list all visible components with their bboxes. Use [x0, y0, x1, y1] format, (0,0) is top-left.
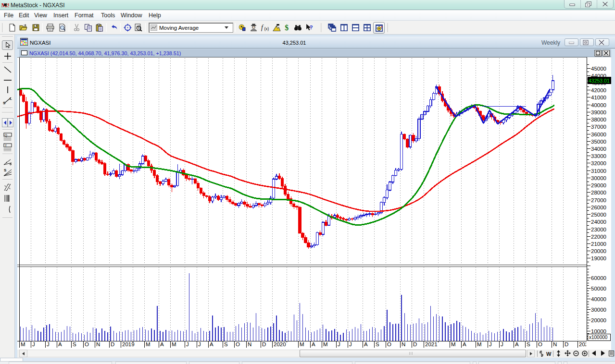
svg-text:J: J	[47, 341, 50, 347]
svg-text:60000: 60000	[591, 275, 606, 281]
svg-text:M: M	[451, 341, 456, 347]
svg-text:10000: 10000	[591, 328, 606, 334]
svg-text:26000: 26000	[591, 205, 606, 210]
svg-text:40000: 40000	[591, 102, 606, 108]
svg-text:J: J	[32, 341, 35, 347]
svg-text:M: M	[300, 341, 304, 347]
svg-text:A: A	[515, 341, 519, 347]
svg-text:20000: 20000	[591, 248, 606, 254]
svg-text:2020: 2020	[274, 341, 286, 347]
svg-text:2019: 2019	[122, 341, 135, 347]
svg-text:29000: 29000	[591, 182, 606, 188]
svg-text:22000: 22000	[591, 234, 606, 240]
svg-text:45000: 45000	[591, 66, 606, 72]
svg-text:34000: 34000	[591, 146, 606, 152]
svg-text:L: L	[10, 97, 12, 101]
svg-text:A: A	[58, 341, 62, 347]
svg-text:43253.01: 43253.01	[589, 78, 610, 84]
svg-text:J: J	[186, 341, 189, 347]
svg-text:J: J	[501, 341, 503, 347]
svg-text:50000: 50000	[591, 286, 606, 291]
svg-text:M: M	[323, 341, 328, 347]
svg-text:D: D	[565, 341, 568, 347]
svg-text:D: D	[262, 341, 266, 347]
svg-text:32000: 32000	[591, 160, 606, 166]
svg-text:f: f	[261, 24, 264, 31]
svg-text:S: S	[527, 341, 530, 347]
svg-text:A: A	[463, 341, 466, 347]
svg-text:J: J	[349, 341, 352, 347]
svg-text:27000: 27000	[591, 197, 606, 203]
svg-text:O: O	[236, 341, 240, 347]
svg-text:M: M	[21, 341, 25, 347]
svg-text:J: J	[198, 341, 201, 347]
svg-text:28000: 28000	[591, 190, 606, 195]
svg-text:38000: 38000	[591, 117, 606, 122]
svg-text:N: N	[553, 341, 557, 347]
svg-text:42000: 42000	[591, 87, 606, 93]
svg-text:A: A	[160, 341, 164, 347]
svg-text:N: N	[402, 341, 405, 347]
svg-text:D: D	[111, 341, 114, 347]
svg-text:M: M	[477, 341, 482, 347]
svg-text:A: A	[312, 341, 315, 347]
svg-text:23000: 23000	[591, 227, 606, 232]
svg-text:x100000: x100000	[589, 335, 608, 340]
svg-text:S: S	[224, 341, 228, 347]
svg-text:40000: 40000	[591, 296, 606, 302]
svg-text:41000: 41000	[591, 95, 606, 100]
svg-text:M: M	[172, 341, 176, 347]
svg-text:S: S	[4, 168, 7, 172]
svg-text:21000: 21000	[591, 241, 606, 247]
svg-text:25000: 25000	[591, 212, 606, 218]
svg-text:M: M	[146, 341, 151, 347]
svg-text:30000: 30000	[591, 175, 606, 181]
svg-text:19000: 19000	[591, 255, 606, 261]
svg-text:J: J	[338, 341, 340, 347]
svg-text:37000: 37000	[591, 124, 606, 130]
svg-text:J: J	[489, 341, 492, 347]
svg-text:30000: 30000	[591, 307, 606, 313]
svg-text:S: S	[73, 341, 76, 347]
svg-text:R: R	[138, 26, 140, 30]
svg-text:36000: 36000	[591, 132, 606, 137]
svg-text:2021: 2021	[425, 341, 438, 347]
svg-text:33000: 33000	[591, 153, 606, 159]
svg-text:N: N	[248, 341, 251, 347]
svg-text:31000: 31000	[591, 168, 606, 174]
svg-text:?: ?	[310, 24, 313, 30]
svg-text:T: T	[5, 144, 7, 147]
svg-text:39000: 39000	[591, 109, 606, 115]
svg-text:S: S	[3, 101, 6, 105]
svg-text:O: O	[387, 341, 391, 347]
svg-text:D: D	[413, 341, 417, 347]
svg-text:35000: 35000	[591, 139, 606, 145]
svg-text:20000: 20000	[591, 317, 606, 323]
svg-text:$: $	[285, 24, 289, 32]
svg-text:A: A	[210, 341, 213, 347]
svg-text:O: O	[85, 341, 89, 347]
svg-text:24000: 24000	[591, 219, 606, 225]
svg-text:N: N	[96, 341, 100, 347]
svg-text:(x): (x)	[264, 26, 269, 31]
svg-text:S: S	[376, 341, 379, 347]
svg-text:A: A	[364, 341, 368, 347]
svg-text:O: O	[538, 341, 542, 347]
svg-text:Q: Q	[5, 133, 8, 137]
